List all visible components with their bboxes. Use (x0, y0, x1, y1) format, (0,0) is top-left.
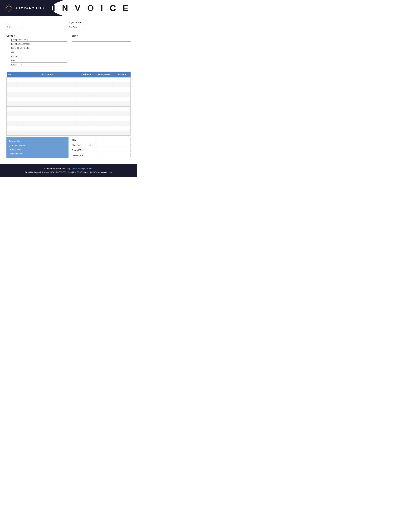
client-job-section: Client : [Company Name] [Company Address… (0, 31, 137, 70)
footer-website[interactable]: http://freewordtemplates.net/ (67, 168, 93, 170)
cell-amount-0 (113, 77, 131, 82)
footer-company-name: Company System Inc. (45, 168, 65, 170)
table-row (7, 92, 131, 97)
federal-tax-row: Federal Tax (72, 148, 131, 152)
meta-right-duedate: Due Date : (68, 26, 131, 28)
table-row (7, 111, 131, 116)
meta-row-no-payment: No : Payment Terms : (6, 21, 131, 25)
payment-terms-label: Payment Terms (68, 21, 83, 24)
no-label: No (6, 21, 21, 24)
cell-hourly_rate-3 (95, 92, 113, 97)
cell-hourly_rate-9 (95, 121, 113, 126)
total-input[interactable] (96, 138, 131, 142)
job-header: Job : (72, 35, 131, 37)
cell-amount-1 (113, 82, 131, 87)
invoice-table: No Description Total Hour Hourly Rate Am… (6, 72, 131, 136)
job-label: Job (72, 35, 76, 37)
cell-hourly_rate-2 (95, 87, 113, 92)
date-value (25, 26, 68, 28)
cell-amount-11 (113, 131, 131, 136)
cell-hourly_rate-0 (95, 77, 113, 82)
email-colon: : (21, 64, 22, 66)
state-tax-input[interactable] (96, 143, 131, 147)
cell-description-5 (16, 102, 77, 106)
job-line-2 (72, 43, 131, 46)
cell-amount-4 (113, 97, 131, 102)
client-fax-row: Fax : (11, 59, 67, 63)
cell-hourly_rate-8 (95, 116, 113, 121)
meta-section: No : Payment Terms : Date : Due Date : (0, 16, 137, 31)
cell-hourly_rate-6 (95, 106, 113, 111)
payment-company-name: [Company Name] (9, 143, 66, 148)
cell-description-11 (16, 131, 77, 136)
federal-tax-label: Federal Tax (72, 149, 88, 151)
cell-amount-5 (113, 102, 131, 106)
cell-description-3 (16, 92, 77, 97)
meta-row-date-duedate: Date : Due Date : (6, 25, 131, 29)
client-attn-row: Attn : (11, 51, 67, 54)
cell-hourly_rate-11 (95, 131, 113, 136)
table-row (7, 126, 131, 131)
federal-tax-input[interactable] (96, 148, 131, 152)
cell-hourly_rate-7 (95, 111, 113, 116)
cell-no-5 (7, 102, 16, 106)
cell-total_hour-2 (77, 87, 95, 92)
client-email-row: Email : (11, 64, 67, 67)
cell-hourly_rate-1 (95, 82, 113, 87)
cell-hourly_rate-4 (95, 97, 113, 102)
client-company-address: [Company Address] (11, 43, 67, 46)
table-row (7, 131, 131, 136)
due-date-value (87, 26, 131, 28)
payment-title: Payment to : (9, 139, 66, 143)
cell-amount-2 (113, 87, 131, 92)
cell-amount-10 (113, 126, 131, 131)
no-value (25, 21, 68, 24)
cell-no-8 (7, 116, 16, 121)
fax-label: Fax (11, 59, 20, 62)
cell-description-1 (16, 82, 77, 87)
client-header: Client : (6, 35, 67, 37)
client-left: Client : [Company Name] [Company Address… (6, 35, 67, 67)
table-row (7, 82, 131, 87)
cell-total_hour-9 (77, 121, 95, 126)
payment-bank-account: [Bank Account] (9, 152, 66, 156)
cell-description-7 (16, 111, 77, 116)
logo-text: COMPANY LOGO (15, 6, 47, 10)
payment-bank-name: [Bank Name] (9, 148, 66, 152)
logo-icon (5, 4, 13, 12)
client-phone-row: Phone : (11, 55, 67, 58)
col-description: Description (16, 72, 77, 77)
fax-colon: : (21, 59, 22, 62)
cell-total_hour-8 (77, 116, 95, 121)
cell-amount-8 (113, 116, 131, 121)
payment-terms-colon: : (85, 21, 85, 24)
total-label: Total (72, 139, 88, 141)
invoice-title: I N V O I C E (53, 3, 131, 13)
client-colon: : (14, 35, 15, 37)
logo-shape: COMPANY LOGO (5, 4, 47, 12)
table-row (7, 121, 131, 126)
client-fields: [Company Name] [Company Address] [City, … (6, 38, 67, 67)
cell-no-3 (7, 92, 16, 97)
col-total-hour: Total Hour (77, 72, 95, 77)
phone-label: Phone (11, 55, 20, 58)
footer-line1: Company System Inc. | http://freewordtem… (2, 167, 135, 171)
payment-terms-value (87, 21, 131, 24)
table-header-row: No Description Total Hour Hourly Rate Am… (7, 72, 131, 77)
col-amount: Amount (113, 72, 131, 77)
grand-total-input[interactable] (96, 153, 131, 157)
cell-no-4 (7, 97, 16, 102)
table-row (7, 102, 131, 106)
job-right: Job : (70, 35, 131, 67)
footer-sep: | (66, 168, 67, 170)
no-colon: : (23, 21, 23, 24)
footer-line2: 8030 Harrington Rd, Miami, USA | Ph 555-… (2, 171, 135, 174)
col-hourly-rate: Hourly Rate (95, 72, 113, 77)
meta-left-date: Date : (6, 26, 68, 28)
job-line-4 (72, 51, 131, 54)
cell-no-2 (7, 87, 16, 92)
state-tax-pct: 3% (89, 144, 94, 146)
totals-box: Total State Tax 3% Federal Tax Grand Tot… (72, 137, 131, 158)
grand-total-row: Grand Total (72, 153, 131, 157)
meta-right-payment: Payment Terms : (68, 21, 131, 24)
